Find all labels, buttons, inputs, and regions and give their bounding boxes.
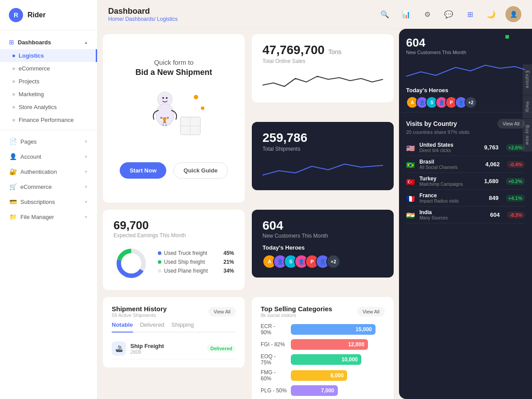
sales-label: Total Online Sales — [262, 58, 383, 64]
tab-shipping[interactable]: Shipping — [172, 321, 194, 332]
top-selling-subtitle: 8k social visitors — [261, 313, 332, 318]
side-tabs: Explore Help Buy now — [523, 64, 532, 152]
country-visits: 849 — [489, 195, 499, 201]
sidebar-item-label: Finance Performance — [19, 117, 74, 123]
chevron-down-icon: ▼ — [84, 215, 88, 219]
sidebar-item-subscriptions[interactable]: 💳 Subscriptions ▼ — [0, 194, 97, 209]
country-name: United States — [419, 142, 481, 148]
sidebar-nav: ⊞ Dashboards ▲ Logistics eCommerce Proje… — [0, 31, 97, 399]
grid-icon[interactable]: ⊞ — [463, 7, 477, 21]
content-area: Quick form to Bid a New Shipment — [98, 29, 532, 399]
top-selling-view-all-button[interactable]: View All — [357, 307, 385, 317]
sidebar-item-ecommerce[interactable]: eCommerce — [0, 62, 97, 75]
country-visits: 604 — [490, 211, 500, 218]
bar-fill: 10,000 — [291, 354, 361, 365]
logo-icon: R — [9, 8, 23, 22]
visits-section: Visits by Country View All 20 countries … — [399, 113, 532, 399]
sidebar-item-file-manager[interactable]: 📁 File Manager ▼ — [0, 209, 97, 224]
shipment-info: Ship Freight 2808 — [130, 343, 202, 355]
country-info: India Many Sources — [419, 209, 487, 220]
shipment-row: 🚢 Ship Freight 2808 Delivered — [112, 338, 236, 360]
heroes-label: Today's Heroes — [262, 244, 383, 251]
country-source: All Social Channels — [419, 165, 482, 170]
country-row-in: 🇮🇳 India Many Sources 604 -8.3% — [406, 207, 525, 223]
country-source: Mailchimp Campaigns — [419, 182, 481, 187]
sidebar-item-finance-performance[interactable]: Finance Performance — [0, 113, 97, 126]
chevron-down-icon: ▼ — [84, 139, 88, 144]
status-badge: Delivered — [207, 344, 236, 352]
sidebar-item-projects[interactable]: Projects — [0, 75, 97, 88]
bar-fill: 12,000 — [291, 339, 368, 350]
help-tab[interactable]: Help — [523, 95, 532, 119]
svg-text:🏋: 🏋 — [160, 116, 170, 126]
user-avatar[interactable]: 👤 — [505, 6, 521, 22]
dark-mode-icon[interactable]: 🌙 — [484, 7, 498, 21]
header-right: 🔍 📊 ⚙ 💬 ⊞ 🌙 👤 — [378, 6, 521, 22]
customers-big-label: New Customers This Month — [406, 50, 525, 55]
quick-guide-button[interactable]: Quick Guide — [173, 162, 228, 179]
chevron-up-icon: ▲ — [84, 40, 88, 45]
shipment-name: Ship Freight — [130, 343, 202, 349]
sidebar-item-label: Projects — [19, 78, 39, 85]
bar-track: 8,000 — [291, 370, 385, 381]
sales-unit: Tons — [329, 48, 342, 55]
dark-top-section: 604 New Customers This Month Today's Her… — [399, 29, 532, 113]
search-icon[interactable]: 🔍 — [378, 7, 392, 21]
visits-view-all-button[interactable]: View All — [497, 119, 525, 129]
page-title: Dashboard — [108, 7, 178, 16]
plane-dot — [158, 269, 161, 273]
customers-value: 604 — [262, 219, 383, 233]
customers-panel: 604 New Customers This Month Today's Her… — [248, 206, 397, 293]
shipment-tabs: Notable Delivered Shipping — [112, 321, 236, 332]
sidebar-item-marketing[interactable]: Marketing — [0, 88, 97, 101]
shipment-history-subtitle: 59 Active Shipments — [112, 313, 167, 318]
country-name: Brasil — [419, 159, 482, 165]
sidebar-item-ecommerce2[interactable]: 🛒 eCommerce ▼ — [0, 179, 97, 194]
sidebar-item-pages[interactable]: 📄 Pages ▼ — [0, 134, 97, 149]
donut-chart — [113, 246, 149, 281]
sidebar-item-authentication[interactable]: 🔐 Authentication ▼ — [0, 164, 97, 179]
nav-label: eCommerce — [20, 184, 52, 190]
shipments-value: 259,786 — [262, 131, 307, 145]
bar-fill: 8,000 — [291, 370, 347, 381]
main-content: Dashboard Home/ Dashboards/ Logistics 🔍 … — [98, 0, 532, 399]
chart-icon[interactable]: 📊 — [399, 7, 413, 21]
shipments-label: Total Shipments — [262, 146, 383, 152]
flag-tr: 🇹🇷 — [406, 178, 416, 185]
truck-dot — [158, 251, 161, 255]
explore-tab[interactable]: Explore — [523, 64, 532, 95]
country-info: Turkey Mailchimp Campaigns — [419, 176, 481, 187]
bar-label: FGI - 82% — [261, 341, 287, 348]
bar-track: 15,000 — [291, 324, 385, 335]
sidebar-section-dashboards[interactable]: ⊞ Dashboards ▲ — [0, 35, 97, 49]
shipment-view-all-button[interactable]: View All — [208, 307, 236, 317]
visits-subtitle: 20 countries share 97% visits — [406, 129, 525, 135]
settings-icon[interactable]: ⚙ — [420, 7, 434, 21]
messages-icon[interactable]: 💬 — [442, 7, 456, 21]
pages-icon: 📄 — [9, 137, 17, 145]
sidebar-item-store-analytics[interactable]: Store Analytics — [0, 101, 97, 113]
nav-label: Pages — [20, 138, 37, 145]
tab-delivered[interactable]: Delivered — [140, 321, 164, 332]
chevron-down-icon: ▼ — [84, 184, 88, 189]
shipment-illustration: 🏋 — [138, 86, 209, 148]
app-logo[interactable]: R Rider — [0, 0, 97, 31]
bar-label: PLG - 50% — [261, 387, 287, 394]
country-row-tr: 🇹🇷 Turkey Mailchimp Campaigns 1,680 +0.2… — [406, 173, 525, 190]
country-info: Brasil All Social Channels — [419, 159, 482, 170]
dot-icon — [12, 93, 15, 96]
tab-notable[interactable]: Notable — [112, 321, 133, 332]
change-badge: -8.3% — [507, 211, 525, 219]
change-badge: +4.1% — [506, 195, 525, 202]
heroes-avatars: A 👤 S 👤 P 👤 +2 — [262, 254, 383, 269]
buy-now-tab[interactable]: Buy now — [523, 119, 532, 151]
country-name: India — [419, 209, 487, 215]
dot-icon — [12, 106, 15, 109]
sidebar-item-logistics[interactable]: Logistics — [0, 49, 97, 62]
sidebar-item-account[interactable]: 👤 Account ▼ — [0, 149, 97, 164]
start-now-button[interactable]: Start Now — [120, 162, 166, 179]
country-info: United States Direct link clicks — [419, 142, 481, 153]
breadcrumb-current: Logistics — [157, 16, 178, 22]
country-visits: 1,680 — [484, 178, 499, 184]
bar-label: ECR - 90% — [261, 323, 287, 336]
